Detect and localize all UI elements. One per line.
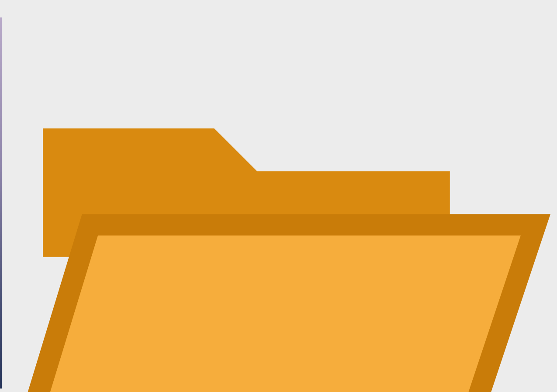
desktop-wallpaper-bottom <box>0 389 557 392</box>
open-file-icon <box>0 0 557 392</box>
open-file-button[interactable] <box>0 0 557 392</box>
desktop-wallpaper-left <box>0 17 2 389</box>
application-window: Control Panel NetworkStyleSelectMCDS Opt… <box>0 0 557 392</box>
main-toolbar <box>0 0 557 392</box>
